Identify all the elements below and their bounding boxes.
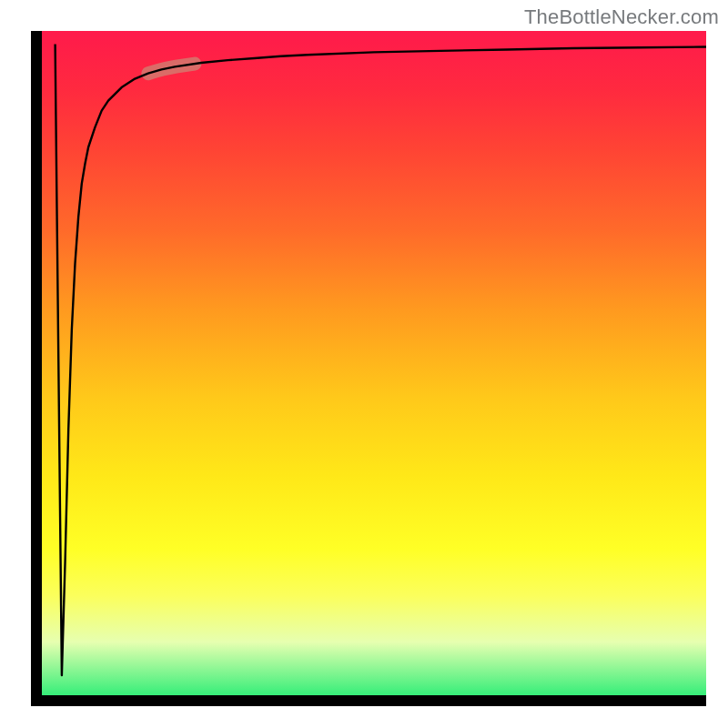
- chart-container: TheBottleNecker.com: [0, 0, 728, 728]
- bottleneck-curve: [56, 45, 706, 676]
- curve-svg: [42, 31, 706, 695]
- plot-area: [42, 31, 706, 695]
- plot-frame: [31, 31, 706, 706]
- attribution-text: TheBottleNecker.com: [524, 5, 719, 29]
